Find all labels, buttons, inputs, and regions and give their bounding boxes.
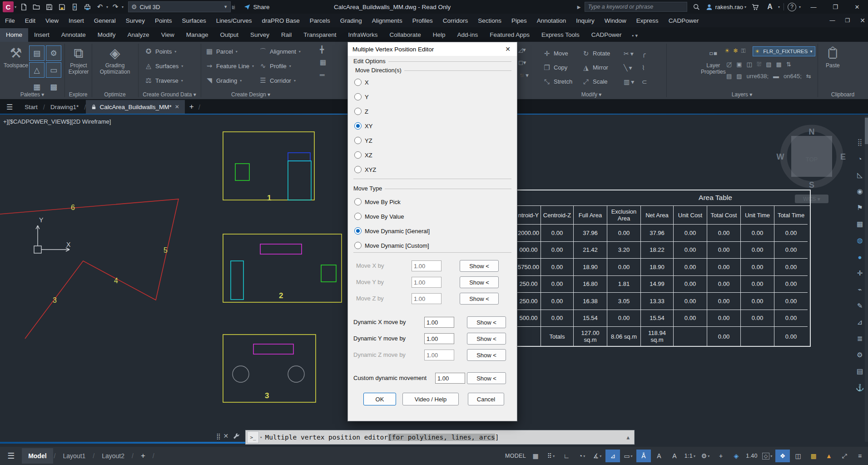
panel-label-palettes[interactable]: Palettes ▾ bbox=[0, 91, 64, 98]
pipe-network-icon[interactable]: ═ bbox=[320, 71, 326, 79]
viewcube-west[interactable]: W bbox=[777, 152, 784, 161]
menu-item-insert[interactable]: Insert bbox=[64, 17, 89, 24]
open-file-icon[interactable] bbox=[31, 1, 42, 12]
title-arrow-icon[interactable]: ▶ bbox=[577, 5, 581, 10]
ribbon-tab-output[interactable]: Output bbox=[214, 28, 244, 42]
modify-flyout-1-icon[interactable]: ◿▾ bbox=[518, 46, 529, 53]
move-direction-option-xy[interactable]: XY bbox=[354, 121, 372, 130]
redo-chevron-icon[interactable]: ▾ bbox=[122, 5, 124, 9]
surfaces-dropdown[interactable]: ◬Surfaces▾ bbox=[144, 60, 183, 72]
window-close-button[interactable]: ✕ bbox=[848, 0, 866, 14]
alignment-dropdown[interactable]: ⌒Alignment▾ bbox=[259, 45, 301, 57]
annotation-visibility-toggle[interactable]: Å bbox=[636, 450, 651, 462]
undo-icon[interactable]: ↶ bbox=[94, 1, 105, 12]
dialog-close-button[interactable]: ✕ bbox=[499, 42, 517, 56]
export-icon[interactable] bbox=[69, 1, 80, 12]
layout-tab-layout1[interactable]: Layout1 bbox=[56, 448, 92, 464]
modify-flyout-3-icon[interactable]: ◾▾ bbox=[518, 72, 529, 79]
ribbon-tab-express-tools[interactable]: Express Tools bbox=[536, 28, 585, 42]
menu-item-file[interactable]: File bbox=[0, 17, 20, 24]
menu-item-surfaces[interactable]: Surfaces bbox=[177, 17, 211, 24]
layer-tool-icon-2[interactable]: ▣ bbox=[736, 61, 742, 68]
ribbon-tab-add-ins[interactable]: Add-ins bbox=[451, 28, 484, 42]
intersections-icon[interactable]: ╋ bbox=[320, 45, 326, 54]
move-type-option-move-dynamic-general-[interactable]: Move Dynamic [General] bbox=[354, 226, 430, 235]
triangle-ruler-tool-icon[interactable]: ◺ bbox=[854, 169, 866, 181]
array-button[interactable]: ▥▾ bbox=[624, 78, 642, 85]
ribbon-tab-collaborate[interactable]: Collaborate bbox=[384, 28, 427, 42]
move-z-by-input[interactable]: 1.00 bbox=[412, 293, 441, 304]
corridor-dropdown[interactable]: ☰Corridor▾ bbox=[259, 75, 301, 86]
dynamic-x-move-by-input[interactable]: 1.00 bbox=[424, 317, 454, 328]
layout-tab-model[interactable]: Model bbox=[22, 448, 53, 464]
help-icon[interactable]: ? bbox=[788, 3, 796, 11]
annotation-scale-flyout[interactable]: A bbox=[667, 450, 682, 462]
command-grip-icon[interactable]: ⣿ bbox=[216, 433, 220, 440]
layer-tool-icon-12[interactable]: on645; bbox=[784, 73, 802, 80]
annotate-tool-icon[interactable]: ✎ bbox=[854, 300, 866, 312]
move-direction-radio-6[interactable] bbox=[354, 151, 362, 159]
move-direction-radio-3[interactable] bbox=[354, 108, 362, 115]
file-tabs-menu-icon[interactable]: ☰ bbox=[0, 103, 19, 111]
polyline-tool-icon[interactable]: ⌁ bbox=[854, 284, 866, 295]
menu-item-parcels[interactable]: Parcels bbox=[305, 17, 335, 24]
menu-item-survey[interactable]: Survey bbox=[121, 17, 150, 24]
infer-constraints-toggle[interactable]: ∟ bbox=[559, 450, 574, 462]
ribbon-tab-cadpower[interactable]: CADPower bbox=[585, 28, 628, 42]
blend-button[interactable]: ⌇ bbox=[642, 64, 657, 71]
isolate-objects-toggle[interactable]: ▩ bbox=[806, 450, 821, 462]
model-space-button[interactable]: MODEL bbox=[504, 450, 527, 462]
move-x-by-input[interactable]: 1.00 bbox=[412, 260, 441, 271]
eye-tool-icon[interactable]: ◉ bbox=[854, 185, 866, 197]
print-icon[interactable] bbox=[82, 1, 93, 12]
file-tab-close-icon[interactable]: ✕ bbox=[175, 104, 179, 110]
ribbon-tab-help[interactable]: Help bbox=[427, 28, 451, 42]
graphics-performance-toggle[interactable]: ▲ bbox=[822, 450, 836, 462]
toolbar-grip[interactable]: ⣿ bbox=[854, 136, 866, 148]
command-close-icon[interactable]: ✕ bbox=[223, 432, 229, 440]
move-x-by-show-button[interactable]: Show < bbox=[460, 260, 499, 272]
ribbon-tab-manage[interactable]: Manage bbox=[180, 28, 214, 42]
workspace-dropdown[interactable]: ⚙ Civil 3D ▼ bbox=[128, 1, 231, 12]
move-button[interactable]: ✛Move bbox=[543, 48, 582, 60]
polar-tracking-toggle[interactable]: ◔▾ bbox=[575, 450, 589, 462]
tag-toggle[interactable]: ❖ bbox=[775, 450, 790, 462]
dynamic-z-move-by-show-button[interactable]: Show < bbox=[467, 349, 506, 361]
move-type-option-move-by-pick[interactable]: Move By Pick bbox=[354, 197, 401, 206]
vertical-scrollbar[interactable] bbox=[865, 116, 868, 442]
cancel-button[interactable]: Cancel bbox=[468, 393, 504, 405]
offset-button[interactable]: ⊂ bbox=[642, 78, 657, 85]
move-direction-radio-5[interactable] bbox=[354, 137, 362, 144]
menu-item-pipes[interactable]: Pipes bbox=[506, 17, 532, 24]
prospector-toggle-button[interactable]: ▤ bbox=[29, 45, 45, 61]
menu-item-inquiry[interactable]: Inquiry bbox=[571, 17, 600, 24]
scale-button[interactable]: ⤢Scale bbox=[582, 76, 624, 88]
app-store-cart-icon[interactable] bbox=[750, 1, 761, 12]
app-menu-button[interactable]: C bbox=[3, 1, 14, 12]
command-history-chevron-icon[interactable]: ▾ bbox=[260, 435, 262, 440]
panel-label-modify[interactable]: Modify ▾ bbox=[516, 91, 666, 98]
move-direction-radio-7[interactable] bbox=[354, 166, 362, 173]
grading-optimization-button[interactable]: ◈ Grading Optimization bbox=[97, 45, 133, 75]
layer-dropdown[interactable]: ☀ FLR_0_FIXTURES ▼ bbox=[753, 46, 815, 56]
ribbon-tab-analyze[interactable]: Analyze bbox=[122, 28, 155, 42]
panel-label-layers[interactable]: Layers ▾ bbox=[666, 91, 818, 98]
menu-item-window[interactable]: Window bbox=[600, 17, 631, 24]
menu-item-points[interactable]: Points bbox=[150, 17, 177, 24]
move-direction-radio-2[interactable] bbox=[354, 93, 362, 100]
layer-lock-icon[interactable]: ⚿ bbox=[741, 47, 746, 55]
autodesk-logo-icon[interactable]: A bbox=[764, 1, 775, 12]
rotate-button[interactable]: ↻Rotate bbox=[582, 48, 624, 60]
file-tab-drawing1[interactable]: Drawing1* bbox=[45, 100, 84, 114]
layer-tool-icon-11[interactable]: ▬ bbox=[773, 73, 779, 80]
layer-tool-icon-10[interactable]: urre638; bbox=[747, 73, 769, 80]
grading-dropdown[interactable]: ◥Grading▾ bbox=[205, 75, 254, 86]
layer-tool-icon-9[interactable]: ▨ bbox=[736, 73, 742, 80]
search-icon[interactable] bbox=[691, 1, 702, 12]
building-1-geometry[interactable] bbox=[223, 132, 314, 200]
grid-display-toggle[interactable]: ▦ bbox=[528, 450, 543, 462]
menu-item-express[interactable]: Express bbox=[631, 17, 664, 24]
save-as-icon[interactable] bbox=[56, 1, 67, 12]
mdi-minimize-button[interactable]: — bbox=[830, 17, 835, 24]
move-direction-option-z[interactable]: Z bbox=[354, 107, 368, 116]
